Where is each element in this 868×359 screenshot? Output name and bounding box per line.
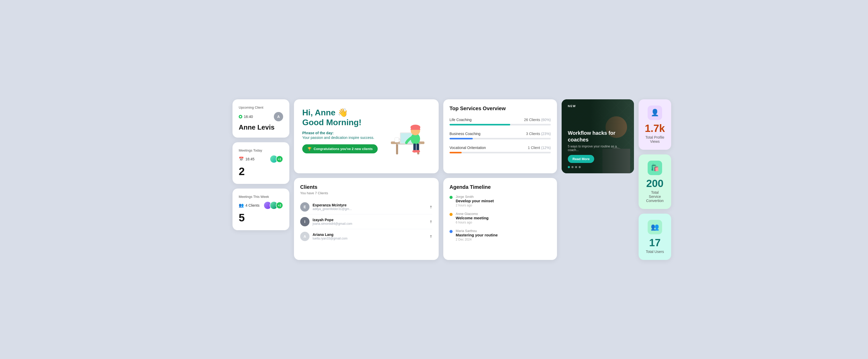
progress-bar bbox=[450, 138, 551, 139]
service-name: Vocational Oritentation bbox=[450, 146, 486, 150]
client-list-avatar: E bbox=[300, 202, 309, 212]
client-list-name: Esperanza Mcintyre bbox=[313, 203, 426, 207]
stat-card: 👥 17 Total Users bbox=[639, 214, 671, 260]
blog-title: Workflow hacks for coaches bbox=[568, 130, 628, 143]
agenda-time: 2 hours ago bbox=[456, 203, 494, 207]
agenda-person: Anne Giacomo bbox=[456, 212, 489, 216]
stat-icon: 🛍️ bbox=[648, 161, 662, 175]
blog-card: NEW Workflow hacks for coaches 5 ways to… bbox=[562, 99, 634, 173]
client-avatar: A bbox=[274, 112, 283, 121]
meetings-today-label: Meetings Today bbox=[239, 148, 283, 153]
agenda-info: Maria Sarthou Mastering your routine 2 D… bbox=[456, 229, 498, 241]
client-link-arrow[interactable]: ↗ bbox=[428, 219, 433, 224]
blog-new-badge: NEW bbox=[568, 105, 628, 108]
avatar-extra-today: +1 bbox=[276, 156, 283, 163]
client-row[interactable]: A Ariana Lang luella.ryan33@gmail.com ↗ bbox=[300, 229, 432, 244]
stat-card: 👤 1.7k Total Profile Views bbox=[639, 99, 671, 150]
blog-content: NEW Workflow hacks for coaches 5 ways to… bbox=[562, 99, 634, 173]
stat-number: 200 bbox=[646, 178, 664, 189]
progress-bar bbox=[450, 124, 551, 126]
client-info: Izayah Pope joana.simonis84@gmail.com bbox=[313, 218, 426, 225]
svg-point-0 bbox=[240, 116, 241, 117]
client-link-arrow[interactable]: ↗ bbox=[428, 204, 433, 210]
agenda-time: 2 Dec 2024 bbox=[456, 238, 498, 241]
services-card: Top Services Overview Life Coaching 26 C… bbox=[443, 99, 557, 173]
service-name: Business Coaching bbox=[450, 132, 480, 136]
meetings-week-label: Meetings This Week bbox=[239, 195, 283, 199]
client-list-avatar: I bbox=[300, 217, 309, 226]
meetings-week-count: 5 bbox=[239, 212, 283, 224]
agenda-event: Welcome meeting bbox=[456, 216, 489, 220]
calendar-icon: 📅 bbox=[239, 157, 244, 161]
services-title: Top Services Overview bbox=[450, 106, 551, 111]
dot-2 bbox=[571, 166, 574, 168]
meetings-today-time: 📅 16:45 bbox=[239, 157, 254, 161]
agenda-dot bbox=[450, 230, 453, 233]
client-info: Ariana Lang luella.ryan33@gmail.com bbox=[313, 232, 426, 240]
services-list: Life Coaching 26 Clients (60%) Business … bbox=[450, 118, 551, 160]
svg-rect-2 bbox=[396, 144, 398, 155]
agenda-time: 6 hours ago bbox=[456, 221, 489, 224]
stat-label: Total Profile Views bbox=[645, 135, 665, 143]
agenda-dot bbox=[450, 196, 453, 199]
agenda-person: Jorge Smith bbox=[456, 195, 494, 199]
right-stats-column: 👤 1.7k Total Profile Views 🛍️ 200 Total … bbox=[639, 99, 671, 260]
progress-fill bbox=[450, 138, 473, 139]
client-list-name: Izayah Pope bbox=[313, 218, 426, 222]
service-count: 26 Clients (60%) bbox=[524, 118, 551, 122]
client-row[interactable]: I Izayah Pope joana.simonis84@gmail.com … bbox=[300, 214, 432, 229]
client-link-arrow[interactable]: ↗ bbox=[428, 234, 433, 239]
clients-card: Clients You have 7 Clients E Esperanza M… bbox=[294, 178, 439, 260]
clients-subtitle: You have 7 Clients bbox=[300, 191, 432, 195]
stat-icon: 👥 bbox=[648, 220, 662, 234]
agenda-item: Maria Sarthou Mastering your routine 2 D… bbox=[450, 229, 551, 241]
progress-fill bbox=[450, 124, 510, 126]
read-more-button[interactable]: Read More bbox=[568, 155, 594, 163]
progress-bar bbox=[450, 152, 551, 154]
meetings-week-clients: 👥 4 Clients bbox=[239, 203, 259, 208]
agenda-event: Develop your minset bbox=[456, 199, 494, 203]
agenda-item: Anne Giacomo Welcome meeting 6 hours ago bbox=[450, 212, 551, 224]
agenda-list: Jorge Smith Develop your minset 2 hours … bbox=[450, 195, 551, 241]
blog-dots bbox=[568, 166, 628, 168]
agenda-person: Maria Sarthou bbox=[456, 229, 498, 233]
blog-subtitle: 5 ways to improve your routine as a coac… bbox=[568, 145, 628, 152]
client-list-avatar: A bbox=[300, 232, 309, 241]
upcoming-label: Upcoming Client bbox=[239, 106, 283, 109]
progress-fill bbox=[450, 152, 462, 154]
service-count: 3 Clients (23%) bbox=[526, 132, 551, 136]
clients-list: E Esperanza Mcintyre aditya_greenfelder3… bbox=[300, 200, 432, 244]
avatar-extra-week: +2 bbox=[276, 202, 283, 209]
agenda-card: Agenda Timeline Jorge Smith Develop your… bbox=[443, 178, 557, 260]
client-row[interactable]: E Esperanza Mcintyre aditya_greenfelder3… bbox=[300, 200, 432, 214]
agenda-title: Agenda Timeline bbox=[450, 184, 551, 190]
svg-rect-14 bbox=[395, 138, 399, 142]
meetings-today-count: 2 bbox=[239, 165, 283, 178]
left-column: Upcoming Client 16:40 A Anne Levis Meeti… bbox=[232, 99, 289, 260]
agenda-info: Anne Giacomo Welcome meeting 6 hours ago bbox=[456, 212, 489, 224]
dot-4 bbox=[579, 166, 581, 168]
stat-label: Total Service Convertion bbox=[645, 190, 665, 203]
greeting-card: Hi, Anne 👋 Good Morning! Phrase of the d… bbox=[294, 99, 439, 173]
upcoming-client-card: Upcoming Client 16:40 A Anne Levis bbox=[232, 99, 289, 138]
stat-label: Total Users bbox=[646, 250, 664, 254]
dot-1 bbox=[568, 166, 570, 168]
client-list-email: luella.ryan33@gmail.com bbox=[313, 237, 426, 240]
stat-number: 17 bbox=[649, 237, 661, 249]
service-name: Life Coaching bbox=[450, 118, 472, 122]
stats-cards: 👤 1.7k Total Profile Views 🛍️ 200 Total … bbox=[639, 99, 671, 260]
client-list-name: Ariana Lang bbox=[313, 232, 426, 237]
service-count: 1 Client (12%) bbox=[528, 146, 551, 150]
meetings-week-card: Meetings This Week 👥 4 Clients +2 5 bbox=[232, 189, 289, 230]
client-list-email: aditya_greenfelder31@gm... bbox=[313, 207, 426, 211]
agenda-event: Mastering your routine bbox=[456, 233, 498, 237]
meetings-today-card: Meetings Today 📅 16:45 +1 2 bbox=[232, 142, 289, 184]
avatar-stack-today: +1 bbox=[270, 155, 283, 163]
stat-number: 1.7k bbox=[645, 122, 665, 134]
trophy-icon: 🏆 bbox=[307, 147, 312, 151]
congrats-button[interactable]: 🏆 Congratulations you've 2 new clients bbox=[302, 144, 378, 154]
upcoming-time: 16:40 bbox=[239, 115, 253, 119]
svg-point-13 bbox=[415, 150, 420, 153]
clients-title: Clients bbox=[300, 184, 432, 190]
dot-3 bbox=[575, 166, 577, 168]
